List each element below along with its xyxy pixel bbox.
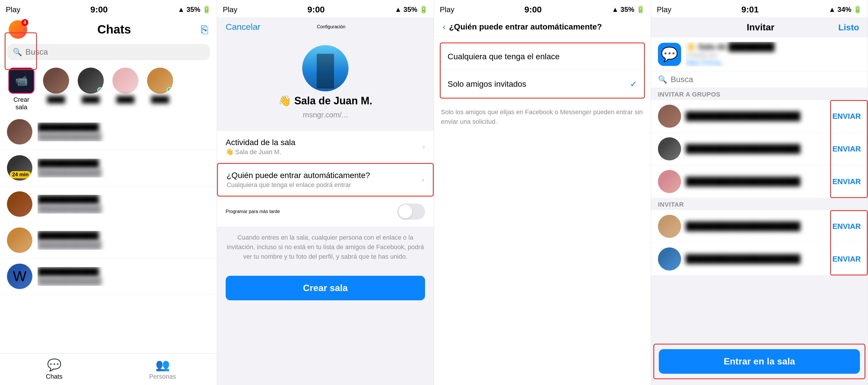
chat-item-2[interactable]: 24 min ██████████ ████████████ — [0, 150, 217, 186]
cancel-button[interactable]: Cancelar — [226, 22, 260, 32]
chat-item-4[interactable]: ██████████ ████████████ — [0, 222, 217, 258]
invitar-item-2[interactable]: ████████████████████ ENVIAR — [651, 243, 868, 275]
enter-room-button[interactable]: Entrar en la sala — [659, 349, 860, 374]
search-bar[interactable]: 🔍 — [7, 44, 210, 60]
story-name-2: ████ — [82, 96, 100, 103]
option-anyone[interactable]: Cualquiera que tenga el enlace — [441, 43, 644, 70]
status-bar-3: Play 9:00 ▲ 35% 🔋 — [434, 0, 651, 17]
enviar-button-3[interactable]: ENVIAR — [828, 175, 861, 188]
online-indicator-4 — [167, 87, 172, 92]
room-info-card: 💬 👋 Sala de ████████ Creada por . https:… — [651, 37, 868, 71]
programar-label: Programar para más tarde — [226, 209, 280, 214]
room-name: 👋 Sala de Juan M. — [278, 95, 372, 107]
story-crear-sala[interactable]: 📹 Crear sala — [7, 68, 36, 111]
chat-avatar-4 — [7, 228, 32, 253]
group-avatar-2 — [658, 137, 681, 160]
enter-room-section: Entrar en la sala — [653, 344, 865, 379]
group-item-2[interactable]: ████████████████████ ENVIAR — [651, 133, 868, 165]
group-item-1[interactable]: ████████████████████ ENVIAR — [651, 100, 868, 133]
invitar-name-2: ████████████████████ — [686, 254, 823, 264]
grupos-section: INVITAR A GRUPOS ████████████████████ EN… — [651, 88, 868, 198]
quien-puede-header: ‹ ¿Quién puede entrar automáticamente? — [434, 17, 651, 37]
crear-sala-button[interactable]: 📹 — [8, 68, 34, 94]
chat-preview-2: ████████████ — [37, 169, 205, 177]
enviar-button-1[interactable]: ENVIAR — [828, 110, 861, 123]
configuracion-content: 👋 Sala de Juan M. msngr.com/... — [217, 36, 434, 128]
back-button[interactable]: ‹ — [443, 22, 445, 32]
quien-puede-row[interactable]: ¿Quién puede entrar automáticamente? Cua… — [217, 163, 434, 197]
programar-row[interactable]: Programar para más tarde — [217, 197, 434, 227]
group-name-3: ████████████████████ — [686, 177, 823, 186]
group-avatar-1 — [658, 105, 681, 128]
story-2[interactable]: ████ — [76, 68, 105, 111]
invitar-header: Invitar Listo — [651, 17, 868, 37]
chat-avatar-3 — [7, 191, 32, 217]
chat-item-3[interactable]: ██████████ ████████████ — [0, 186, 217, 222]
time-4: 9:01 — [741, 5, 759, 14]
invitar-title: Invitar — [747, 22, 774, 33]
story-1[interactable]: ████ — [41, 68, 70, 111]
chat-item-1[interactable]: ██████████ ████████████ — [0, 114, 217, 150]
chat-name-3: ██████████ — [37, 195, 205, 205]
story-3[interactable]: ████ — [111, 68, 140, 111]
chat-avatar-2: 24 min — [7, 155, 32, 181]
option-anyone-label: Cualquiera que tenga el enlace — [447, 52, 560, 61]
invitar-item-1[interactable]: ████████████████████ ENVIAR — [651, 210, 868, 243]
status-bar-2: Play 9:00 ▲ 35% 🔋 — [217, 0, 434, 17]
search-icon-invitar: 🔍 — [658, 75, 667, 84]
nav-chats[interactable]: 💬 Chats — [0, 354, 108, 385]
quien-puede-label: ¿Quién puede entrar automáticamente? — [226, 171, 370, 180]
carrier-2: Play — [223, 5, 238, 14]
carrier-1: Play — [6, 5, 21, 14]
chat-list: ██████████ ████████████ 24 min █████████… — [0, 114, 217, 353]
option-friends[interactable]: Solo amigos invitados ✓ — [441, 70, 644, 98]
story-4[interactable]: ████ — [146, 68, 175, 111]
grupos-section-header: INVITAR A GRUPOS — [651, 88, 868, 100]
enviar-button-invitar-1[interactable]: ENVIAR — [828, 220, 861, 233]
crear-sala-label: Crear sala — [7, 96, 36, 111]
panel-chats: Play 9:00 ▲ 35% 🔋 4 Chats ⎘ 🔍 📹 Crear sa… — [0, 0, 217, 385]
invitar-list: ████████████████████ ENVIAR ████████████… — [651, 210, 868, 275]
search-input[interactable] — [25, 48, 204, 57]
carrier-3: Play — [440, 5, 455, 14]
invitar-section: INVITAR ████████████████████ ENVIAR ████… — [651, 198, 868, 275]
invitar-section-header: INVITAR — [651, 198, 868, 210]
compose-icon[interactable]: ⎘ — [201, 23, 208, 36]
bottom-navigation: 💬 Chats 👥 Personas — [0, 353, 217, 385]
story-avatar-1 — [43, 68, 69, 94]
chat-name-1: ██████████ — [37, 123, 205, 132]
activity-row[interactable]: Actividad de la sala 👋 Sala de Juan M. › — [217, 131, 434, 163]
invitar-avatar-1 — [658, 215, 681, 238]
invitar-search[interactable]: 🔍 — [651, 71, 868, 88]
search-icon: 🔍 — [13, 48, 22, 57]
enviar-button-2[interactable]: ENVIAR — [828, 142, 861, 156]
chat-preview-5: ████████████ — [37, 277, 205, 286]
done-button[interactable]: Listo — [838, 23, 859, 32]
access-note: Solo los amigos que elijas en Facebook o… — [434, 105, 651, 132]
chat-info-5: ██████████ ████████████ — [37, 267, 205, 286]
group-item-3[interactable]: ████████████████████ ENVIAR — [651, 165, 868, 198]
activity-sub: 👋 Sala de Juan M. — [226, 148, 295, 156]
invitar-search-input[interactable] — [671, 75, 861, 84]
chat-item-5[interactable]: W ██████████ ████████████ — [0, 258, 217, 295]
nav-personas[interactable]: 👥 Personas — [108, 354, 217, 385]
status-bar-4: Play 9:01 ▲ 34% 🔋 — [651, 0, 868, 17]
programar-toggle[interactable] — [397, 204, 425, 220]
quien-puede-text: ¿Quién puede entrar automáticamente? Cua… — [226, 171, 370, 189]
status-icons-1: ▲ 35% 🔋 — [178, 5, 211, 13]
toggle-knob — [399, 205, 412, 218]
chat-bubble-icon: 💬 — [47, 358, 62, 372]
panel-quien-puede: Play 9:00 ▲ 35% 🔋 ‹ ¿Quién puede entrar … — [434, 0, 651, 385]
crear-sala-button[interactable]: Crear sala — [226, 276, 425, 300]
access-options: Cualquiera que tenga el enlace Solo amig… — [440, 42, 645, 98]
time-1: 9:00 — [90, 5, 108, 14]
room-name-invitar: 👋 Sala de ████████ — [686, 42, 861, 52]
user-avatar[interactable]: 4 — [9, 20, 27, 39]
online-indicator-2 — [97, 87, 102, 92]
enviar-button-invitar-2[interactable]: ENVIAR — [828, 252, 861, 266]
panel-invitar: Play 9:01 ▲ 34% 🔋 Invitar Listo 💬 👋 Sala… — [651, 0, 868, 385]
chat-info-4: ██████████ ████████████ — [37, 231, 205, 250]
story-avatar-4 — [147, 68, 173, 94]
status-bar-1: Play 9:00 ▲ 35% 🔋 — [0, 0, 217, 17]
group-name-2: ████████████████████ — [686, 144, 823, 153]
